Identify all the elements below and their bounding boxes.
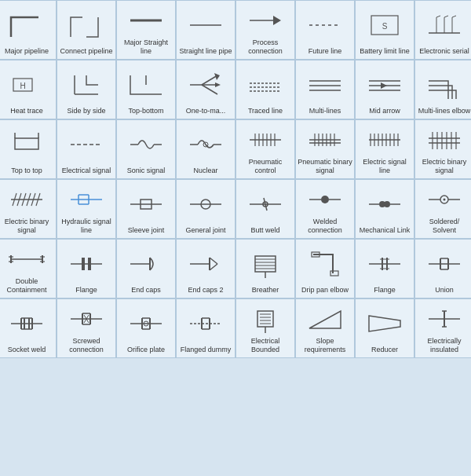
symbol-future-line — [298, 4, 352, 46]
label-breather: Breather — [252, 286, 279, 295]
svg-point-95 — [321, 196, 329, 203]
label-multi-lines: Multi-lines — [309, 107, 341, 115]
symbol-major-straight — [119, 4, 173, 37]
cell-end-caps: End caps — [117, 240, 175, 298]
cell-flange2: Flange — [356, 240, 414, 298]
symbol-one-to-many — [178, 64, 233, 105]
svg-line-12 — [444, 16, 448, 17]
symbol-top-bottom — [119, 64, 173, 105]
label-multi-lines-elbow: Multi-lines elbow — [418, 107, 471, 115]
label-electrically-insulated: Electrically insulated — [417, 337, 471, 354]
symbol-end-caps2 — [178, 243, 233, 284]
label-sonic-signal: Sonic signal — [127, 167, 166, 175]
cell-screwed: Screwed connection — [57, 299, 115, 357]
cell-drip-pan: Drip pan elbow — [296, 240, 354, 298]
symbol-slope — [298, 302, 352, 335]
symbol-pneumatic-binary — [298, 123, 352, 156]
svg-text:H: H — [20, 82, 25, 90]
label-flange: Flange — [75, 286, 97, 295]
label-slope: Slope requirements — [298, 337, 352, 354]
svg-rect-130 — [330, 271, 338, 276]
svg-point-103 — [444, 199, 446, 201]
label-double-containment: Double Containment — [0, 277, 54, 295]
symbol-multi-lines — [298, 64, 352, 105]
label-electrical-signal: Electrical signal — [62, 167, 111, 175]
cell-nuclear: Nuclear — [177, 120, 235, 178]
cell-pneumatic-control: Pneumatic control — [236, 120, 294, 178]
symbol-electronic-serial — [417, 4, 471, 46]
cell-welded-connection: Welded connection — [296, 180, 354, 238]
svg-line-11 — [436, 16, 440, 17]
cell-multi-lines: Multi-lines — [296, 60, 354, 119]
label-straight-line-pipe: Straight line pipe — [179, 47, 232, 56]
label-electric-signal-line: Electric signal line — [357, 158, 412, 175]
symbol-double-containment — [0, 243, 54, 276]
cell-soldered: Soldered/ Solvent — [415, 180, 471, 238]
symbol-traced-line — [238, 64, 293, 105]
symbol-grid: Major pipeline Connect pipeline Major St… — [0, 0, 471, 358]
symbol-screwed — [59, 302, 114, 335]
symbol-socket-weld — [0, 302, 54, 344]
label-process-connection: Process connection — [238, 38, 293, 56]
label-union: Union — [435, 286, 454, 295]
cell-sonic-signal: Sonic signal — [117, 120, 175, 178]
cell-sleeve-joint: Sleeve joint — [117, 180, 175, 238]
label-end-caps2: End caps 2 — [188, 286, 223, 295]
symbol-hydraulic-signal — [59, 183, 114, 216]
cell-heat-trace: H Heat trace — [0, 60, 56, 119]
symbol-electric-binary2 — [0, 183, 54, 216]
cell-top-bottom: Top-bottom — [117, 60, 175, 119]
label-butt-weld: Butt weld — [250, 226, 279, 235]
label-future-line: Future line — [309, 47, 342, 56]
cell-pneumatic-binary: Pneumatic binary signal — [296, 120, 354, 178]
cell-top-to-top: Top to top — [0, 120, 56, 178]
label-electric-binary-signal: Electric binary signal — [417, 158, 471, 175]
symbol-drip-pan — [298, 243, 352, 284]
label-top-to-top: Top to top — [11, 167, 42, 175]
svg-marker-175 — [369, 316, 400, 331]
cell-double-containment: Double Containment — [0, 240, 56, 298]
symbol-soldered — [417, 183, 471, 216]
symbol-heat-trace: H — [0, 64, 54, 105]
cell-reducer: Reducer — [356, 299, 414, 357]
label-side-by-side: Side by side — [67, 107, 105, 115]
label-screwed: Screwed connection — [59, 337, 114, 354]
symbol-process-connection — [238, 4, 293, 37]
cell-side-by-side: Side by side — [57, 60, 115, 119]
label-reducer: Reducer — [371, 346, 398, 354]
symbol-multi-lines-elbow — [417, 64, 471, 105]
label-pneumatic-binary: Pneumatic binary signal — [298, 158, 352, 175]
label-electric-binary2: Electric binary signal — [0, 218, 54, 235]
label-socket-weld: Socket weld — [8, 346, 46, 354]
svg-text:S: S — [382, 22, 388, 31]
symbol-breather — [238, 243, 293, 284]
svg-line-13 — [452, 16, 456, 17]
symbol-pneumatic-control — [238, 123, 293, 156]
symbol-top-to-top — [0, 123, 54, 165]
label-electrical-bounded: Electrical Bounded — [238, 337, 293, 354]
symbol-major-pipeline — [0, 4, 54, 46]
cell-electric-binary-signal: Electric binary signal — [415, 120, 471, 178]
svg-line-122 — [210, 264, 217, 270]
cell-end-caps2: End caps 2 — [177, 240, 235, 298]
cell-electronic-serial: Electronic serial — [415, 1, 471, 59]
cell-mechanical-link: Mechanical Link — [356, 180, 414, 238]
symbol-union — [417, 243, 471, 284]
symbol-flange — [59, 243, 114, 284]
symbol-orifice-plate — [119, 302, 173, 344]
symbol-mechanical-link — [357, 183, 412, 225]
label-electronic-serial: Electronic serial — [419, 47, 469, 56]
cell-union: Union — [415, 240, 471, 298]
label-connect-pipeline: Connect pipeline — [60, 47, 112, 56]
label-major-pipeline: Major pipeline — [5, 47, 49, 56]
symbol-electrical-bounded — [238, 302, 293, 335]
cell-mid-arrow: Mid arrow — [356, 60, 414, 119]
symbol-nuclear — [178, 123, 233, 165]
label-welded-connection: Welded connection — [298, 218, 352, 235]
cell-slope: Slope requirements — [296, 299, 354, 357]
label-top-bottom: Top-bottom — [128, 107, 163, 115]
cell-electric-signal-line: Electric signal line — [356, 120, 414, 178]
symbol-flanged-dummy — [178, 302, 233, 344]
symbol-sonic-signal — [119, 123, 173, 165]
symbol-electrically-insulated — [417, 302, 471, 335]
